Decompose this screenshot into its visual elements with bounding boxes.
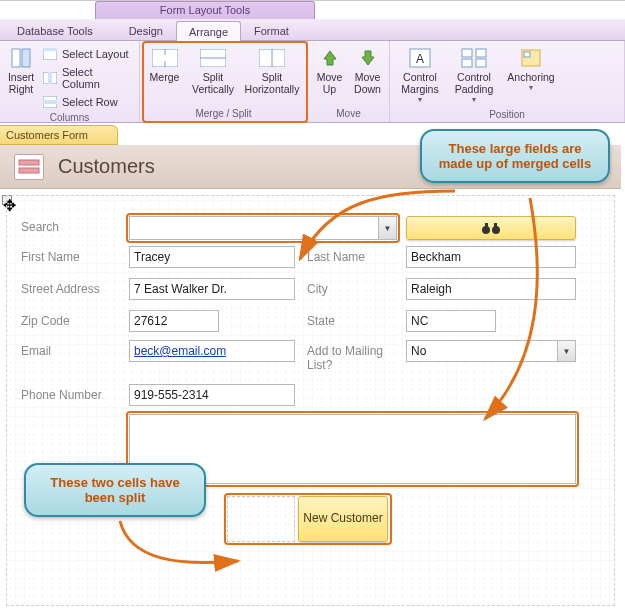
move-down-icon [354, 47, 382, 69]
label-zip: Zip Code [21, 314, 70, 328]
context-tab-label: Form Layout Tools [95, 1, 315, 19]
split-cell-left[interactable] [227, 496, 295, 542]
form-logo-icon [14, 154, 44, 180]
split-vertically-button[interactable]: Split Vertically [187, 44, 239, 106]
label-city: City [307, 282, 328, 296]
select-layout-button[interactable]: Select Layout [40, 46, 135, 62]
svg-rect-28 [494, 223, 497, 227]
svg-rect-3 [43, 48, 57, 51]
tab-arrange[interactable]: Arrange [176, 21, 241, 41]
email-field[interactable]: beck@email.com [129, 340, 295, 362]
state-field[interactable]: NC [406, 310, 496, 332]
tab-format[interactable]: Format [241, 20, 302, 40]
svg-rect-23 [19, 160, 39, 165]
label-last-name: Last Name [307, 250, 365, 264]
svg-rect-1 [22, 49, 30, 67]
tab-database-tools[interactable]: Database Tools [4, 20, 106, 40]
svg-text:A: A [416, 52, 424, 66]
control-margins-icon: A [406, 47, 434, 69]
last-name-field[interactable]: Beckham [406, 246, 576, 268]
ribbon: Insert Right Select Layout Select Column… [0, 41, 625, 123]
anchoring-icon [517, 47, 545, 69]
svg-rect-18 [476, 49, 486, 57]
tab-design[interactable]: Design [116, 20, 176, 40]
control-margins-button[interactable]: A Control Margins ▼ [394, 44, 446, 107]
street-field[interactable]: 7 East Walker Dr. [129, 278, 295, 300]
dropdown-icon: ▼ [471, 96, 478, 104]
phone-field[interactable]: 919-555-2314 [129, 384, 295, 406]
control-padding-icon [460, 47, 488, 69]
form-detail-grid: Search ▼ First Name Tracey Last Name Bec… [6, 195, 615, 606]
search-combo[interactable]: ▼ [129, 216, 397, 240]
new-customer-button[interactable]: New Customer [298, 496, 388, 542]
svg-point-26 [492, 226, 500, 234]
svg-rect-5 [48, 72, 52, 84]
search-button[interactable] [406, 216, 576, 240]
mailing-combo[interactable]: No ▼ [406, 340, 576, 362]
group-caption-merge: Merge / Split [144, 106, 303, 122]
document-tab[interactable]: Customers Form [0, 125, 118, 145]
label-first-name: First Name [21, 250, 80, 264]
split-horizontally-button[interactable]: Split Horizontally [241, 44, 303, 106]
dropdown-icon: ▼ [417, 96, 424, 104]
form-title: Customers [58, 155, 155, 178]
split-horizontally-icon [258, 47, 286, 69]
search-value [130, 217, 378, 239]
svg-rect-24 [19, 168, 39, 173]
svg-point-25 [482, 226, 490, 234]
move-up-icon [316, 47, 344, 69]
select-layout-icon [42, 47, 58, 61]
group-caption-columns: Columns [4, 110, 135, 126]
label-email: Email [21, 344, 51, 358]
insert-right-button[interactable]: Insert Right [4, 44, 38, 110]
zip-field[interactable]: 27612 [129, 310, 219, 332]
label-state: State [307, 314, 335, 328]
binoculars-icon [480, 221, 502, 235]
group-caption-position: Position [394, 107, 620, 123]
svg-rect-19 [462, 59, 472, 67]
merge-icon [151, 47, 179, 69]
label-street: Street Address [21, 282, 100, 296]
insert-right-label: Insert Right [8, 71, 34, 95]
ribbon-tabs: Database Tools Design Arrange Format [0, 19, 625, 41]
svg-rect-20 [476, 59, 486, 67]
move-down-button[interactable]: Move Down [350, 44, 386, 106]
dropdown-icon[interactable]: ▼ [557, 341, 575, 361]
merge-button[interactable]: Merge [144, 44, 185, 106]
first-name-field[interactable]: Tracey [129, 246, 295, 268]
select-column-button[interactable]: Select Column [40, 65, 135, 91]
svg-rect-27 [485, 223, 488, 227]
split-vertically-icon [199, 47, 227, 69]
dropdown-icon[interactable]: ▼ [378, 217, 396, 239]
control-padding-button[interactable]: Control Padding ▼ [448, 44, 500, 107]
form-design-surface: Customers ✥ Search ▼ First Name Tracey L… [0, 145, 621, 612]
select-column-icon [42, 71, 58, 85]
select-row-icon [42, 95, 58, 109]
callout-split: These two cells have been split [24, 463, 206, 517]
anchoring-button[interactable]: Anchoring ▼ [502, 44, 560, 107]
label-phone: Phone Number [21, 388, 102, 402]
city-field[interactable]: Raleigh [406, 278, 576, 300]
svg-rect-22 [524, 52, 530, 57]
insert-right-icon [7, 47, 35, 69]
callout-merged: These large fields are made up of merged… [420, 129, 610, 183]
label-search: Search [21, 220, 59, 234]
dropdown-icon: ▼ [528, 84, 535, 92]
select-row-button[interactable]: Select Row [40, 94, 135, 110]
mailing-value: No [407, 341, 557, 361]
svg-rect-17 [462, 49, 472, 57]
svg-rect-7 [43, 100, 57, 104]
label-mailing: Add to Mailing List? [307, 344, 387, 373]
group-caption-move: Move [312, 106, 385, 122]
svg-rect-0 [12, 49, 20, 67]
move-up-button[interactable]: Move Up [312, 44, 348, 106]
